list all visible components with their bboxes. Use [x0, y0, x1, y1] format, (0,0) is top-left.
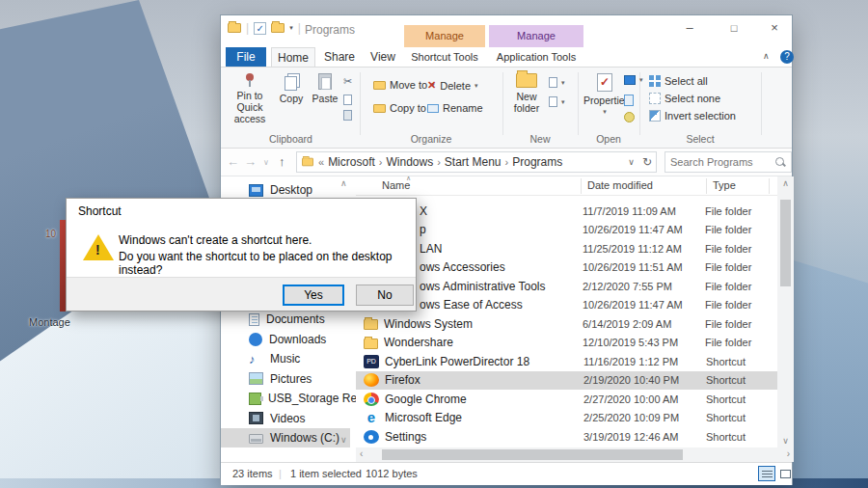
- recent-locations-icon[interactable]: ∨: [263, 158, 269, 167]
- file-row-wondershare[interactable]: Wondershare12/10/2019 5:43 PMFile folder: [356, 334, 777, 353]
- close-button[interactable]: ×: [755, 15, 794, 41]
- scrollbar-thumb[interactable]: [780, 200, 791, 286]
- delete-button[interactable]: ✕ Delete ▾: [427, 79, 478, 92]
- file-row-settings[interactable]: Settings3/19/2019 12:46 AMShortcut: [356, 427, 777, 447]
- search-input[interactable]: [670, 156, 767, 168]
- sidebar-scroll-down-icon[interactable]: ∨: [340, 435, 347, 445]
- crumb-windows[interactable]: Windows: [386, 155, 433, 169]
- sidebar-item-downloads[interactable]: Downloads: [221, 330, 350, 349]
- file-type: Shortcut: [706, 412, 746, 423]
- copy-path-icon[interactable]: [343, 95, 352, 105]
- tab-home[interactable]: Home: [271, 47, 315, 67]
- sidebar-item-usb-storage-re[interactable]: USB_Storage Re: [221, 389, 350, 408]
- paste-shortcut-icon[interactable]: [343, 110, 352, 121]
- easy-access-button[interactable]: ▾: [549, 77, 565, 88]
- properties-button[interactable]: Properties ▾: [583, 71, 626, 118]
- sidebar-item-desktop[interactable]: Desktop: [221, 180, 350, 200]
- refresh-icon[interactable]: ↻: [642, 155, 652, 169]
- maximize-button[interactable]: □: [715, 15, 753, 41]
- tab-view[interactable]: View: [364, 47, 402, 67]
- file-row-lan[interactable]: LAN11/25/2019 11:12 AMFile folder: [356, 239, 777, 258]
- crumb-microsoft[interactable]: Microsoft: [328, 155, 375, 169]
- address-dropdown-icon[interactable]: ∨: [628, 157, 635, 167]
- no-button[interactable]: No: [356, 285, 414, 306]
- scroll-down-icon[interactable]: ∨: [777, 436, 794, 446]
- header-separator[interactable]: [769, 178, 770, 194]
- back-icon[interactable]: ←: [227, 154, 239, 169]
- column-header-name[interactable]: Name: [382, 179, 410, 191]
- new-folder-icon: [516, 73, 537, 88]
- file-row-windows-system[interactable]: Windows System6/14/2019 2:09 AMFile fold…: [356, 314, 777, 334]
- file-row-firefox[interactable]: Firefox2/19/2020 10:40 PMShortcut: [356, 371, 777, 391]
- sidebar-scroll-up-icon[interactable]: ∧: [340, 178, 347, 188]
- new-folder-button[interactable]: New folder: [508, 71, 545, 114]
- desktop-icon-label-partial[interactable]: 10: [45, 229, 56, 239]
- select-none-button[interactable]: Select none: [649, 93, 720, 104]
- sidebar-item-documents[interactable]: Documents: [221, 310, 350, 329]
- details-view-button[interactable]: [758, 466, 775, 481]
- crumb-prefix[interactable]: «: [318, 156, 324, 168]
- crumb-start-menu[interactable]: Start Menu: [445, 155, 502, 169]
- rename-button[interactable]: Rename: [427, 102, 483, 114]
- history-icon[interactable]: [624, 112, 635, 122]
- new-item-button[interactable]: ▾: [549, 96, 565, 107]
- tab-application-tools[interactable]: Application Tools: [489, 47, 583, 67]
- minimize-button[interactable]: –: [670, 15, 709, 41]
- file-row-ows-ease-of-access[interactable]: ows Ease of Access10/26/2019 11:47 AMFil…: [356, 296, 777, 315]
- file-row-microsoft-edge[interactable]: eMicrosoft Edge2/25/2020 10:09 PMShortcu…: [356, 409, 777, 428]
- vertical-scrollbar[interactable]: ∧ ∨: [777, 176, 794, 447]
- edit-icon[interactable]: [624, 95, 634, 106]
- pin-to-quick-access-button[interactable]: Pin to Quick access: [227, 71, 273, 124]
- sidebar-item-label: Videos: [270, 412, 305, 425]
- file-row-ows-accessories[interactable]: ows Accessories10/26/2019 11:51 AMFile f…: [356, 258, 777, 278]
- tab-share[interactable]: Share: [319, 47, 360, 67]
- sidebar-item-videos[interactable]: Videos: [221, 409, 350, 428]
- file-row-p[interactable]: p10/26/2019 11:47 AMFile folder: [356, 221, 777, 240]
- paste-button[interactable]: Paste: [310, 71, 340, 104]
- copy-button[interactable]: Copy: [275, 71, 308, 104]
- search-box[interactable]: [665, 151, 792, 173]
- sidebar-item-windows-c-[interactable]: Windows (C:): [221, 428, 350, 447]
- scroll-up-icon[interactable]: ∧: [777, 178, 794, 188]
- cut-icon[interactable]: ✂: [343, 75, 352, 88]
- collapse-ribbon-icon[interactable]: ∧: [763, 51, 770, 61]
- move-to-button[interactable]: Move to ▾: [373, 79, 435, 91]
- scroll-right-icon[interactable]: ›: [787, 448, 790, 459]
- copy-to-button[interactable]: Copy to ▾: [373, 102, 433, 114]
- desktop-icon-label-montage[interactable]: Montage: [29, 316, 70, 328]
- file-date-modified: 12/10/2019 5:43 PM: [583, 337, 705, 348]
- forward-icon[interactable]: →: [244, 154, 257, 169]
- up-icon[interactable]: ↑: [279, 154, 285, 169]
- open-button[interactable]: ▾: [624, 75, 643, 85]
- dialog-title: Shortcut: [78, 204, 122, 218]
- file-row-cyberlink-powerdirector-18[interactable]: PDCyberLink PowerDirector 1811/16/2019 1…: [356, 352, 777, 371]
- header-separator[interactable]: [706, 178, 707, 194]
- tab-shortcut-tools[interactable]: Shortcut Tools: [404, 47, 485, 67]
- yes-button[interactable]: Yes: [283, 285, 344, 306]
- folder-icon[interactable]: [271, 23, 285, 33]
- crumb-programs[interactable]: Programs: [512, 155, 562, 169]
- tab-file[interactable]: File: [226, 47, 266, 67]
- horizontal-scrollbar[interactable]: ‹ ›: [356, 447, 794, 462]
- scroll-left-icon[interactable]: ‹: [360, 448, 363, 459]
- help-icon[interactable]: ?: [780, 50, 794, 64]
- select-all-button[interactable]: Select all: [649, 75, 708, 87]
- file-date-modified: 2/27/2020 10:00 AM: [583, 393, 706, 405]
- properties-check-icon[interactable]: ✓: [254, 22, 266, 35]
- breadcrumb[interactable]: « Microsoft › Windows › Start Menu › Pro…: [296, 151, 657, 173]
- header-separator[interactable]: [581, 178, 582, 194]
- chevron-down-icon: ▾: [475, 82, 478, 90]
- thumbnail-view-button[interactable]: [776, 466, 794, 481]
- file-row-ows-administrative-tools[interactable]: ows Administrative Tools2/12/2020 7:55 P…: [356, 277, 777, 296]
- file-row-google-chrome[interactable]: Google Chrome2/27/2020 10:00 AMShortcut: [356, 390, 777, 409]
- invert-selection-button[interactable]: Invert selection: [649, 110, 736, 122]
- search-icon[interactable]: [774, 156, 786, 168]
- column-header-date-modified[interactable]: Date modified: [587, 179, 653, 191]
- sidebar-item-pictures[interactable]: Pictures: [221, 369, 350, 389]
- chevron-down-icon[interactable]: ▾: [289, 24, 293, 32]
- column-header-type[interactable]: Type: [713, 179, 736, 191]
- scrollbar-thumb[interactable]: [382, 449, 683, 460]
- file-row-x[interactable]: X11/7/2019 11:09 AMFile folder: [356, 202, 777, 221]
- sidebar-item-music[interactable]: ♪Music: [221, 349, 350, 368]
- chevron-down-icon: ▾: [583, 106, 626, 118]
